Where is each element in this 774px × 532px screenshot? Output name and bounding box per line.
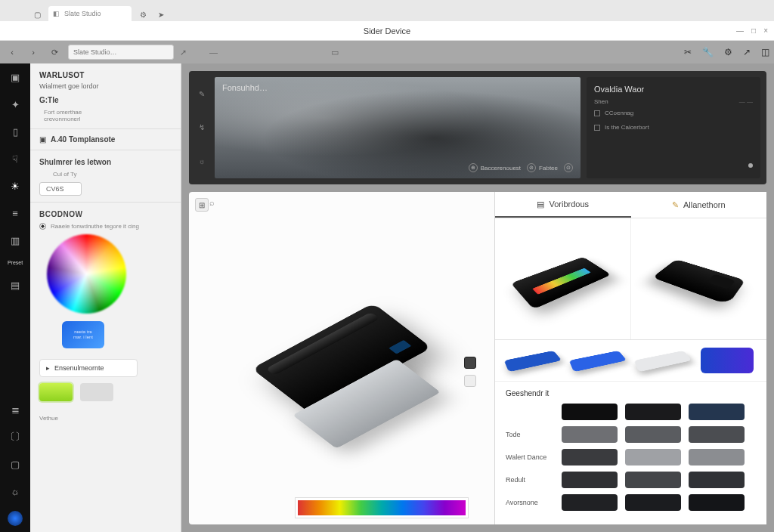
mini-swatch-b[interactable] xyxy=(80,383,113,401)
tab-alt-icon: ✎ xyxy=(672,200,679,210)
tool-wrench-icon[interactable]: 🔧 xyxy=(702,47,714,57)
tab-gear-icon[interactable]: ⚙ xyxy=(136,8,150,21)
tool-export-icon[interactable]: ↗ xyxy=(743,47,751,57)
swatch-row: Walert Dance xyxy=(506,449,756,466)
tab-pointer-icon[interactable]: ➤ xyxy=(154,8,168,21)
swatch[interactable] xyxy=(562,404,618,420)
swatch[interactable] xyxy=(625,494,681,511)
hero-rail-sun-icon[interactable]: ☼ xyxy=(198,157,205,165)
hero-tag3-icon[interactable]: ⊙ xyxy=(564,163,573,172)
swatch[interactable] xyxy=(562,449,618,466)
mini-swatch-a[interactable] xyxy=(39,383,73,401)
rail-align-icon[interactable]: ≣ xyxy=(8,402,23,417)
thumb-label: Ensenulmeornte xyxy=(54,364,104,372)
rail-light-icon[interactable]: ☀ xyxy=(8,178,23,193)
swatch-row xyxy=(506,404,756,420)
tool-panel-icon[interactable]: ◫ xyxy=(761,47,769,57)
stage: ✎ ↯ ☼ Fonsuhhd… ⊕Baccerenouest ⊘Fabtee ⊙… xyxy=(181,63,774,532)
color-wheel[interactable] xyxy=(47,234,126,314)
canvas-search-icon[interactable]: ⌕ xyxy=(209,198,215,207)
chip-gradient[interactable] xyxy=(701,348,754,373)
side-radio[interactable] xyxy=(39,223,46,230)
side-field-input[interactable]: CV6S xyxy=(39,182,82,196)
swatch[interactable] xyxy=(689,426,745,443)
nav-forward-icon[interactable]: › xyxy=(26,45,41,60)
swatch[interactable] xyxy=(562,472,618,488)
browser-tab[interactable]: ◧ Slate Studio xyxy=(48,6,132,21)
swatch[interactable] xyxy=(689,404,745,420)
chip-blue-b[interactable] xyxy=(569,351,627,372)
swatch[interactable] xyxy=(562,494,618,511)
thumb-toggle[interactable]: ▸ Ensenulmeornte xyxy=(39,359,138,377)
tool-crop-icon[interactable]: ✂ xyxy=(684,47,692,57)
toolbar-arrow-icon[interactable]: ➚ xyxy=(180,48,187,57)
swatch[interactable] xyxy=(689,472,745,488)
hero-card-line2: CCoennag xyxy=(605,110,633,116)
hero-card-line3: Is the Calcerbort xyxy=(605,124,649,131)
rail-device-icon[interactable]: ▯ xyxy=(8,124,23,139)
window-close-button[interactable]: × xyxy=(763,26,768,35)
side-subheader: Wialmert goe lordor xyxy=(39,82,172,90)
product-model[interactable] xyxy=(252,303,432,413)
hero-tag1-icon[interactable]: ⊕ xyxy=(469,163,478,172)
hero-rail-move-icon[interactable]: ↯ xyxy=(199,123,205,131)
chip-blue-a[interactable] xyxy=(504,351,562,372)
canvas[interactable]: ⊞ ⌕ xyxy=(189,192,494,524)
chip-white[interactable] xyxy=(634,351,692,372)
rail-spark-icon[interactable]: ✦ xyxy=(8,97,23,112)
product-screen xyxy=(389,340,411,354)
spectrum-strip[interactable] xyxy=(295,497,469,518)
rail-layers-icon[interactable]: ≡ xyxy=(8,206,23,221)
rail-box-icon[interactable]: ▢ xyxy=(8,456,23,472)
mini-rail-item[interactable] xyxy=(464,375,476,387)
swatch[interactable] xyxy=(625,426,681,443)
hero-card-check1[interactable] xyxy=(594,110,600,116)
window-min-button[interactable]: — xyxy=(736,26,744,35)
hero-rail-pen-icon[interactable]: ✎ xyxy=(199,90,205,98)
hero-card-more-icon[interactable] xyxy=(748,163,753,168)
swatch-row: Redult xyxy=(506,472,756,488)
swatch[interactable] xyxy=(625,472,681,488)
toolbar-dash-icon[interactable]: — xyxy=(209,48,218,57)
swatch[interactable] xyxy=(562,426,618,443)
rail-bracket-icon[interactable]: 〔〕 xyxy=(8,429,23,444)
rail-grid-icon[interactable]: ▤ xyxy=(8,277,23,292)
side-header: WARLUSOT xyxy=(39,71,172,79)
rail-label: Preset xyxy=(8,260,23,265)
hero-card-title: Ovaldia Waor xyxy=(594,85,753,94)
rail-color-icon[interactable] xyxy=(8,511,23,526)
address-bar[interactable]: Slate Studio… xyxy=(68,45,174,60)
inspector-tab-variants[interactable]: ▤Voribrdous xyxy=(495,192,631,218)
side-radio-label: Raaele fonwdnuthe tegore it cing xyxy=(51,223,139,230)
variant-thumb-2[interactable] xyxy=(631,218,767,339)
swatch-row-label: Walert Dance xyxy=(506,453,554,461)
rail-gesture-icon[interactable]: ☟ xyxy=(8,151,23,166)
swatch[interactable] xyxy=(689,449,745,466)
tab-label: Slate Studio xyxy=(64,10,101,17)
rail-home-icon[interactable]: ▣ xyxy=(8,70,23,85)
variant-thumb-1[interactable] xyxy=(495,218,631,339)
tool-settings-icon[interactable]: ⚙ xyxy=(724,47,732,57)
gradient-chip-line1: neeta tre xyxy=(74,329,92,335)
gradient-chip[interactable]: neeta tre mar. i lent xyxy=(62,321,104,348)
nav-back-icon[interactable]: ‹ xyxy=(5,45,20,60)
window-max-button[interactable]: □ xyxy=(751,26,756,35)
hero-card-check2[interactable] xyxy=(594,125,600,131)
nav-refresh-icon[interactable]: ⟳ xyxy=(47,45,62,60)
rail-light2-icon[interactable]: ☼ xyxy=(8,484,23,499)
hero-preview[interactable]: Fonsuhhd… ⊕Baccerenouest ⊘Fabtee ⊙ xyxy=(215,77,580,178)
tab-new-icon[interactable]: ▢ xyxy=(30,8,44,21)
swatch[interactable] xyxy=(625,404,681,420)
mini-rail-active[interactable] xyxy=(464,357,476,369)
inspector-tab-alt[interactable]: ✎Allanethorn xyxy=(631,192,767,218)
toolbar-box-icon[interactable]: ▭ xyxy=(331,48,339,57)
canvas-grid-button[interactable]: ⊞ xyxy=(195,198,209,212)
tab-variants-label: Voribrdous xyxy=(549,200,589,209)
side-template-icon: ▣ xyxy=(39,135,46,144)
tab-favicon: ◧ xyxy=(53,10,60,17)
thumb-icon: ▸ xyxy=(46,364,50,372)
rail-notebook-icon[interactable]: ▥ xyxy=(8,233,23,248)
swatch[interactable] xyxy=(625,449,681,466)
hero-tag2-icon[interactable]: ⊘ xyxy=(527,163,536,172)
swatch[interactable] xyxy=(689,494,745,511)
